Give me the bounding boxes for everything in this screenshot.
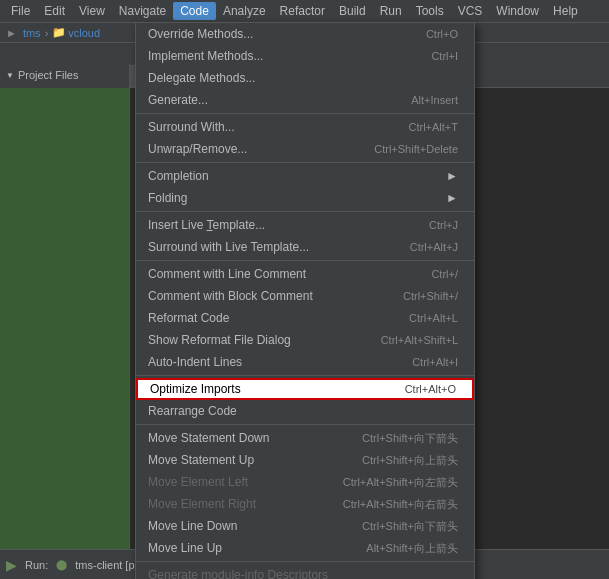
menu-comment-block[interactable]: Comment with Block Comment Ctrl+Shift+/ bbox=[136, 285, 474, 307]
run-label: Run: bbox=[25, 559, 48, 571]
menu-optimize-shortcut: Ctrl+Alt+O bbox=[405, 383, 456, 395]
menu-completion-arrow: ► bbox=[446, 169, 458, 183]
menu-generate-shortcut: Alt+Insert bbox=[411, 94, 458, 106]
menu-surround-live-shortcut: Ctrl+Alt+J bbox=[410, 241, 458, 253]
divider-5 bbox=[136, 375, 474, 376]
menu-implement-methods[interactable]: Implement Methods... Ctrl+I bbox=[136, 45, 474, 67]
menu-move-line-up-shortcut: Alt+Shift+向上箭头 bbox=[366, 541, 458, 556]
menu-optimize-imports[interactable]: Optimize Imports Ctrl+Alt+O bbox=[136, 378, 474, 400]
menu-insert-live[interactable]: Insert Live Template... Ctrl+J bbox=[136, 214, 474, 236]
menu-generate-label: Generate... bbox=[148, 93, 208, 107]
menu-code[interactable]: Code bbox=[173, 2, 216, 20]
menu-move-stmt-up[interactable]: Move Statement Up Ctrl+Shift+向上箭头 bbox=[136, 449, 474, 471]
divider-1 bbox=[136, 113, 474, 114]
menu-view[interactable]: View bbox=[72, 2, 112, 20]
sidebar-bg bbox=[0, 88, 129, 557]
menu-window[interactable]: Window bbox=[489, 2, 546, 20]
menu-insert-live-shortcut: Ctrl+J bbox=[429, 219, 458, 231]
sidebar: ▼ Project Files bbox=[0, 64, 130, 557]
menu-show-reformat-label: Show Reformat File Dialog bbox=[148, 333, 291, 347]
menu-comment-block-shortcut: Ctrl+Shift+/ bbox=[403, 290, 458, 302]
menu-show-reformat-shortcut: Ctrl+Alt+Shift+L bbox=[381, 334, 458, 346]
menu-folding-label: Folding bbox=[148, 191, 187, 205]
menu-vcs[interactable]: VCS bbox=[451, 2, 490, 20]
menu-bar: File Edit View Navigate Code Analyze Ref… bbox=[0, 0, 609, 22]
menu-build[interactable]: Build bbox=[332, 2, 373, 20]
menu-analyze[interactable]: Analyze bbox=[216, 2, 273, 20]
menu-optimize-label: Optimize Imports bbox=[150, 382, 241, 396]
menu-tools[interactable]: Tools bbox=[409, 2, 451, 20]
menu-refactor[interactable]: Refactor bbox=[273, 2, 332, 20]
menu-navigate[interactable]: Navigate bbox=[112, 2, 173, 20]
menu-surround-with[interactable]: Surround With... Ctrl+Alt+T bbox=[136, 116, 474, 138]
menu-move-elem-left: Move Element Left Ctrl+Alt+Shift+向左箭头 bbox=[136, 471, 474, 493]
menu-unwrap-shortcut: Ctrl+Shift+Delete bbox=[374, 143, 458, 155]
menu-reformat-shortcut: Ctrl+Alt+L bbox=[409, 312, 458, 324]
menu-override-shortcut: Ctrl+O bbox=[426, 28, 458, 40]
task-label: tms-client [pa bbox=[75, 559, 140, 571]
menu-override-label: Override Methods... bbox=[148, 27, 253, 41]
menu-auto-indent[interactable]: Auto-Indent Lines Ctrl+Alt+I bbox=[136, 351, 474, 373]
menu-move-line-down[interactable]: Move Line Down Ctrl+Shift+向下箭头 bbox=[136, 515, 474, 537]
menu-move-line-up[interactable]: Move Line Up Alt+Shift+向上箭头 bbox=[136, 537, 474, 559]
menu-move-stmt-up-label: Move Statement Up bbox=[148, 453, 254, 467]
menu-comment-line[interactable]: Comment with Line Comment Ctrl+/ bbox=[136, 263, 474, 285]
breadcrumb: ► tms › 📁 vcloud bbox=[6, 26, 100, 39]
sidebar-title-label: Project Files bbox=[18, 69, 79, 81]
menu-completion[interactable]: Completion ► bbox=[136, 165, 474, 187]
breadcrumb-sep1: › bbox=[45, 27, 49, 39]
menu-folding[interactable]: Folding ► bbox=[136, 187, 474, 209]
menu-implement-label: Implement Methods... bbox=[148, 49, 263, 63]
menu-unwrap[interactable]: Unwrap/Remove... Ctrl+Shift+Delete bbox=[136, 138, 474, 160]
menu-move-line-down-shortcut: Ctrl+Shift+向下箭头 bbox=[362, 519, 458, 534]
menu-folding-arrow: ► bbox=[446, 191, 458, 205]
divider-2 bbox=[136, 162, 474, 163]
run-icon: ▶ bbox=[6, 557, 17, 573]
menu-move-stmt-up-shortcut: Ctrl+Shift+向上箭头 bbox=[362, 453, 458, 468]
dropdown-menu: Override Methods... Ctrl+O Implement Met… bbox=[135, 22, 475, 579]
sidebar-title: ▼ Project Files bbox=[0, 66, 129, 84]
menu-show-reformat[interactable]: Show Reformat File Dialog Ctrl+Alt+Shift… bbox=[136, 329, 474, 351]
menu-insert-live-label: Insert Live Template... bbox=[148, 218, 265, 232]
menu-help[interactable]: Help bbox=[546, 2, 585, 20]
menu-surround-live[interactable]: Surround with Live Template... Ctrl+Alt+… bbox=[136, 236, 474, 258]
menu-edit[interactable]: Edit bbox=[37, 2, 72, 20]
breadcrumb-folder-icon: 📁 bbox=[52, 26, 66, 39]
breadcrumb-vcloud[interactable]: vcloud bbox=[68, 27, 100, 39]
menu-auto-indent-label: Auto-Indent Lines bbox=[148, 355, 242, 369]
menu-comment-line-label: Comment with Line Comment bbox=[148, 267, 306, 281]
menu-auto-indent-shortcut: Ctrl+Alt+I bbox=[412, 356, 458, 368]
menu-reformat-label: Reformat Code bbox=[148, 311, 229, 325]
menu-reformat-code[interactable]: Reformat Code Ctrl+Alt+L bbox=[136, 307, 474, 329]
menu-surround-label: Surround With... bbox=[148, 120, 235, 134]
menu-generate-module: Generate module-info Descriptors bbox=[136, 564, 474, 579]
menu-generate[interactable]: Generate... Alt+Insert bbox=[136, 89, 474, 111]
menu-move-elem-right-label: Move Element Right bbox=[148, 497, 256, 511]
divider-7 bbox=[136, 561, 474, 562]
menu-run[interactable]: Run bbox=[373, 2, 409, 20]
menu-override-methods[interactable]: Override Methods... Ctrl+O bbox=[136, 23, 474, 45]
menu-move-line-down-label: Move Line Down bbox=[148, 519, 237, 533]
menu-implement-shortcut: Ctrl+I bbox=[431, 50, 458, 62]
menu-rearrange-label: Rearrange Code bbox=[148, 404, 237, 418]
menu-move-stmt-down-label: Move Statement Down bbox=[148, 431, 269, 445]
menu-completion-label: Completion bbox=[148, 169, 209, 183]
menu-delegate-label: Delegate Methods... bbox=[148, 71, 255, 85]
breadcrumb-tms[interactable]: tms bbox=[23, 27, 41, 39]
menu-move-stmt-down-shortcut: Ctrl+Shift+向下箭头 bbox=[362, 431, 458, 446]
menu-generate-module-label: Generate module-info Descriptors bbox=[148, 568, 328, 579]
breadcrumb-arrow: ► bbox=[6, 27, 17, 39]
menu-rearrange[interactable]: Rearrange Code bbox=[136, 400, 474, 422]
menu-unwrap-label: Unwrap/Remove... bbox=[148, 142, 247, 156]
menu-move-elem-right-shortcut: Ctrl+Alt+Shift+向右箭头 bbox=[343, 497, 458, 512]
menu-move-stmt-down[interactable]: Move Statement Down Ctrl+Shift+向下箭头 bbox=[136, 427, 474, 449]
menu-move-elem-right: Move Element Right Ctrl+Alt+Shift+向右箭头 bbox=[136, 493, 474, 515]
menu-surround-shortcut: Ctrl+Alt+T bbox=[408, 121, 458, 133]
menu-comment-line-shortcut: Ctrl+/ bbox=[431, 268, 458, 280]
divider-3 bbox=[136, 211, 474, 212]
menu-move-elem-left-label: Move Element Left bbox=[148, 475, 248, 489]
menu-delegate-methods[interactable]: Delegate Methods... bbox=[136, 67, 474, 89]
run-icon-dot: ⬤ bbox=[56, 559, 67, 570]
menu-move-line-up-label: Move Line Up bbox=[148, 541, 222, 555]
menu-file[interactable]: File bbox=[4, 2, 37, 20]
